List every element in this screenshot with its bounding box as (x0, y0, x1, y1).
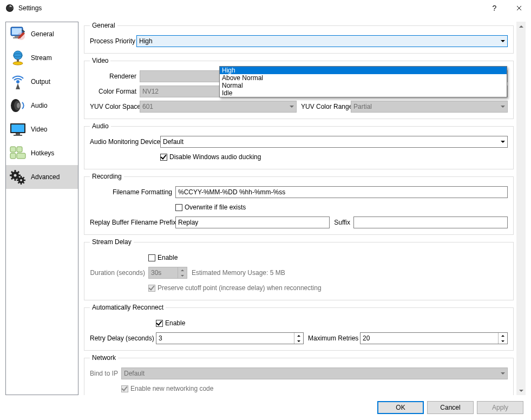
sidebar-item-label: Stream (31, 54, 52, 62)
group-legend: Recording (90, 173, 124, 180)
stream-delay-duration-label: Duration (seconds) (90, 269, 148, 277)
replay-prefix-input[interactable]: Replay (175, 216, 330, 228)
svg-rect-20 (10, 147, 16, 152)
priority-option-normal[interactable]: Normal (220, 82, 507, 89)
sidebar-item-video[interactable]: Video (6, 117, 78, 141)
yuv-range-dropdown: Partial (351, 101, 508, 113)
svg-rect-39 (24, 180, 25, 181)
retry-delay-input[interactable]: 3 (156, 332, 304, 344)
svg-point-12 (16, 80, 19, 83)
group-legend: Automatically Reconnect (90, 304, 166, 311)
svg-rect-36 (21, 176, 22, 178)
checkbox-icon (160, 154, 167, 161)
keyboard-keys-icon (9, 145, 27, 162)
sidebar-item-audio[interactable]: Audio (6, 94, 78, 117)
bind-ip-dropdown: Default (121, 368, 508, 379)
svg-point-15 (17, 103, 20, 108)
sidebar-item-advanced[interactable]: Advanced (6, 165, 78, 189)
filename-formatting-label: Filename Formatting (90, 188, 175, 196)
sidebar-item-label: Hotkeys (31, 149, 54, 157)
replay-suffix-input[interactable] (353, 216, 508, 228)
sidebar-item-label: Audio (31, 102, 48, 109)
checkbox-icon (121, 385, 128, 392)
scroll-up-icon[interactable] (516, 22, 526, 31)
svg-rect-19 (14, 135, 22, 136)
cancel-button[interactable]: Cancel (427, 401, 474, 414)
group-legend: Stream Delay (90, 238, 134, 246)
svg-rect-18 (16, 133, 20, 135)
stream-delay-duration-input: 30s (148, 267, 187, 279)
svg-point-25 (14, 174, 17, 177)
yuv-space-dropdown: 601 (140, 101, 297, 113)
yuv-range-value: Partial (353, 103, 372, 110)
checkbox-icon (148, 254, 155, 261)
disable-ducking-checkbox[interactable]: Disable Windows audio ducking (160, 153, 261, 161)
retry-delay-label: Retry Delay (seconds) (90, 334, 156, 342)
replay-suffix-label: Suffix (330, 219, 353, 226)
svg-rect-21 (17, 147, 22, 152)
sidebar-item-label: Output (31, 78, 50, 86)
sidebar-item-label: Advanced (31, 173, 60, 181)
renderer-label: Renderer (90, 73, 140, 80)
yuv-space-label: YUV Color Space (90, 103, 140, 110)
color-format-label: Color Format (90, 88, 140, 95)
audio-monitor-value: Default (163, 138, 183, 146)
group-auto-reconnect: Automatically Reconnect Enable Retry Del… (84, 304, 514, 351)
audio-monitor-dropdown[interactable]: Default (160, 136, 508, 148)
filename-formatting-input[interactable]: %CCYY-%MM-%DD %hh-%mm-%ss (175, 186, 508, 198)
sidebar-item-output[interactable]: Output (6, 70, 78, 94)
sidebar-item-label: General (31, 30, 54, 38)
obs-logo-icon (5, 4, 14, 12)
vertical-scrollbar[interactable] (516, 22, 526, 395)
settings-sidebar: General Stream Output Audio (5, 22, 78, 395)
sidebar-item-general[interactable]: General (6, 22, 78, 46)
close-button[interactable] (507, 0, 531, 16)
replay-prefix-label: Replay Buffer Filename Prefix (90, 219, 175, 226)
antenna-signal-icon (9, 73, 27, 90)
max-retries-label: Maximum Retries (304, 334, 360, 342)
titlebar: Settings ? (0, 0, 531, 16)
bind-ip-value: Default (124, 370, 145, 377)
svg-rect-29 (18, 175, 21, 176)
new-networking-checkbox: Enable new networking code (121, 385, 213, 392)
stream-delay-usage: Estimated Memory Usage: 5 MB (187, 269, 285, 277)
checkbox-icon (148, 285, 155, 292)
priority-option-high[interactable]: High (220, 67, 507, 74)
stream-delay-enable-checkbox[interactable]: Enable (148, 254, 178, 261)
group-legend: Video (90, 57, 110, 64)
priority-option-above-normal[interactable]: Above Normal (220, 74, 507, 82)
group-legend: Network (90, 354, 118, 362)
monitor-icon (9, 121, 27, 138)
gears-icon (9, 168, 27, 186)
process-priority-label: Process Priority (90, 37, 136, 45)
yuv-space-value: 601 (142, 103, 153, 110)
group-recording: Recording Filename Formatting %CCYY-%MM-… (84, 173, 514, 235)
max-retries-input[interactable]: 20 (360, 332, 508, 344)
preserve-cutoff-checkbox: Preserve cutoff point (increase delay) w… (148, 284, 322, 292)
svg-rect-38 (17, 180, 18, 181)
speaker-icon (9, 97, 27, 114)
priority-option-idle[interactable]: Idle (220, 89, 507, 97)
group-stream-delay: Stream Delay Enable Duration (seconds) 3… (84, 238, 514, 300)
audio-monitor-label: Audio Monitoring Device (90, 138, 160, 146)
svg-point-35 (20, 179, 22, 181)
bind-ip-label: Bind to IP (90, 370, 121, 377)
dialog-footer: OK Cancel Apply (0, 395, 531, 420)
apply-button[interactable]: Apply (477, 401, 523, 414)
yuv-range-label: YUV Color Range (297, 103, 351, 110)
reconnect-enable-checkbox[interactable]: Enable (156, 319, 185, 327)
sidebar-item-stream[interactable]: Stream (6, 46, 78, 70)
process-priority-value: High (139, 37, 153, 45)
svg-rect-22 (10, 153, 16, 159)
process-priority-dropdown[interactable]: High (136, 35, 508, 47)
checkbox-icon (156, 320, 163, 327)
scroll-down-icon[interactable] (516, 386, 526, 395)
sidebar-item-hotkeys[interactable]: Hotkeys (6, 141, 78, 165)
overwrite-checkbox[interactable]: Overwrite if file exists (175, 204, 246, 211)
color-format-value: NV12 (142, 88, 159, 95)
wrench-monitor-icon (9, 25, 27, 43)
globe-network-icon (9, 49, 27, 67)
svg-rect-27 (15, 179, 16, 181)
ok-button[interactable]: OK (377, 401, 424, 414)
help-button[interactable]: ? (482, 0, 507, 16)
